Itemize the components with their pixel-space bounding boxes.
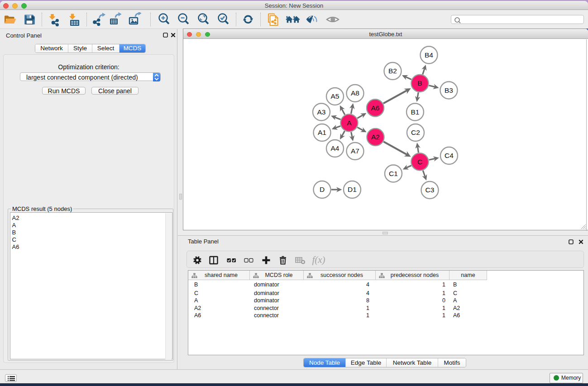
svg-text:B3: B3 [445,86,453,94]
svg-text:A5: A5 [331,92,339,100]
svg-text:A3: A3 [317,108,326,116]
svg-text:A6: A6 [371,104,380,112]
svg-text:A8: A8 [351,89,359,97]
svg-text:B2: B2 [388,67,397,75]
svg-text:C3: C3 [425,186,435,194]
svg-text:B: B [417,79,422,87]
svg-text:D1: D1 [348,186,357,193]
svg-text:A1: A1 [318,129,326,136]
svg-text:A: A [347,119,352,127]
svg-text:B1: B1 [411,108,420,116]
svg-text:C4: C4 [445,152,454,159]
svg-text:A2: A2 [371,133,380,141]
svg-text:B4: B4 [425,51,433,59]
svg-text:A7: A7 [351,147,359,155]
svg-text:C: C [417,158,422,166]
svg-text:A4: A4 [331,144,339,152]
svg-text:C1: C1 [389,170,398,177]
svg-text:D: D [320,186,325,193]
svg-text:C2: C2 [411,129,420,136]
